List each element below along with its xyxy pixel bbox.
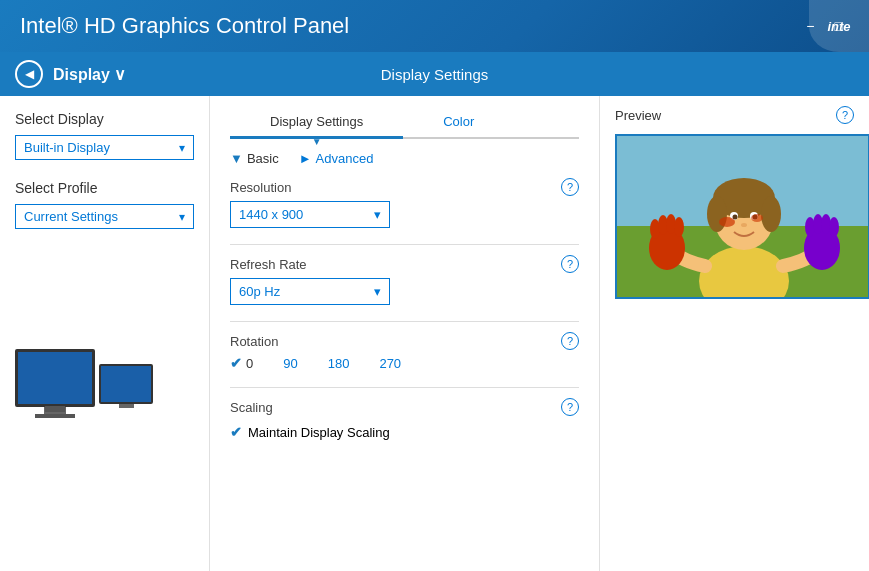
basic-section-toggle[interactable]: ▼ Basic bbox=[230, 151, 279, 166]
scaling-checkbox-label[interactable]: Maintain Display Scaling bbox=[248, 425, 390, 440]
back-button[interactable]: ◀ bbox=[15, 60, 43, 88]
preview-title-row: Preview ? bbox=[615, 106, 854, 124]
title-bar: Intel® HD Graphics Control Panel − □ int… bbox=[0, 0, 869, 52]
profile-dropdown-arrow: ▾ bbox=[179, 210, 185, 224]
rotation-help[interactable]: ? bbox=[561, 332, 579, 350]
svg-point-24 bbox=[829, 217, 839, 237]
resolution-label: Resolution bbox=[230, 180, 291, 195]
sidebar: Select Display Built-in Display ▾ Select… bbox=[0, 96, 210, 571]
resolution-row: Resolution ? 1440 x 900 ▾ bbox=[230, 178, 579, 228]
settings-content: Display Settings Color ▼ Basic ► Advance… bbox=[210, 96, 599, 571]
page-title: Display Settings bbox=[381, 66, 489, 83]
profile-dropdown-value: Current Settings bbox=[24, 209, 118, 224]
tab-bar: Display Settings Color bbox=[230, 106, 579, 139]
preview-image bbox=[615, 134, 869, 299]
rotation-180[interactable]: 180 bbox=[328, 356, 350, 371]
advanced-section-toggle[interactable]: ► Advanced bbox=[299, 151, 374, 166]
svg-point-7 bbox=[761, 196, 781, 232]
advanced-label: Advanced bbox=[316, 151, 374, 166]
refresh-rate-label: Refresh Rate bbox=[230, 257, 307, 272]
preview-help[interactable]: ? bbox=[836, 106, 854, 124]
rotation-label: Rotation bbox=[230, 334, 278, 349]
monitor-small-icon bbox=[99, 364, 153, 404]
app-title: Intel® HD Graphics Control Panel bbox=[20, 13, 349, 39]
svg-point-19 bbox=[674, 217, 684, 237]
rotation-0[interactable]: ✔ 0 bbox=[230, 355, 253, 371]
refresh-rate-value: 60p Hz bbox=[239, 284, 280, 299]
preview-area: Preview ? bbox=[599, 96, 869, 571]
rotation-90-label: 90 bbox=[283, 356, 297, 371]
tab-color[interactable]: Color bbox=[403, 106, 514, 137]
scaling-checkbox-row: ✔ Maintain Display Scaling bbox=[230, 424, 579, 440]
scaling-help[interactable]: ? bbox=[561, 398, 579, 416]
refresh-rate-arrow: ▾ bbox=[374, 284, 381, 299]
monitor-illustration bbox=[15, 349, 194, 418]
refresh-rate-row: Refresh Rate ? 60p Hz ▾ bbox=[230, 255, 579, 305]
basic-triangle: ▼ bbox=[230, 151, 243, 166]
scaling-row: Scaling ? ✔ Maintain Display Scaling bbox=[230, 398, 579, 440]
basic-label: Basic bbox=[247, 151, 279, 166]
svg-point-13 bbox=[719, 217, 735, 227]
rotation-0-check: ✔ bbox=[230, 355, 242, 371]
select-profile-label: Select Profile bbox=[15, 180, 194, 196]
rotation-row: Rotation ? ✔ 0 90 180 270 bbox=[230, 332, 579, 371]
rotation-180-label: 180 bbox=[328, 356, 350, 371]
advanced-triangle: ► bbox=[299, 151, 312, 166]
scaling-checkmark: ✔ bbox=[230, 424, 242, 440]
svg-point-12 bbox=[741, 223, 747, 227]
refresh-rate-dropdown[interactable]: 60p Hz ▾ bbox=[230, 278, 390, 305]
refresh-rate-help[interactable]: ? bbox=[561, 255, 579, 273]
rotation-270[interactable]: 270 bbox=[379, 356, 401, 371]
display-menu[interactable]: Display ∨ bbox=[53, 65, 126, 84]
resolution-arrow: ▾ bbox=[374, 207, 381, 222]
scaling-label: Scaling bbox=[230, 400, 273, 415]
resolution-dropdown[interactable]: 1440 x 900 ▾ bbox=[230, 201, 390, 228]
preview-label: Preview bbox=[615, 108, 661, 123]
intel-logo: inte bbox=[827, 19, 850, 34]
resolution-help[interactable]: ? bbox=[561, 178, 579, 196]
nav-bar: ◀ Display ∨ Display Settings bbox=[0, 52, 869, 96]
rotation-90[interactable]: 90 bbox=[283, 356, 297, 371]
resolution-value: 1440 x 900 bbox=[239, 207, 303, 222]
display-dropdown[interactable]: Built-in Display ▾ bbox=[15, 135, 194, 160]
rotation-270-label: 270 bbox=[379, 356, 401, 371]
profile-dropdown[interactable]: Current Settings ▾ bbox=[15, 204, 194, 229]
main-content: Select Display Built-in Display ▾ Select… bbox=[0, 96, 869, 571]
rotation-0-label: 0 bbox=[246, 356, 253, 371]
svg-point-14 bbox=[751, 214, 763, 222]
monitor-large-icon bbox=[15, 349, 95, 407]
display-dropdown-value: Built-in Display bbox=[24, 140, 110, 155]
tab-display-settings[interactable]: Display Settings bbox=[230, 106, 403, 137]
section-header: ▼ Basic ► Advanced bbox=[230, 151, 579, 166]
rotation-options: ✔ 0 90 180 270 bbox=[230, 355, 579, 371]
display-dropdown-arrow: ▾ bbox=[179, 141, 185, 155]
preview-svg bbox=[617, 136, 869, 299]
select-display-label: Select Display bbox=[15, 111, 194, 127]
svg-point-10 bbox=[733, 215, 738, 220]
